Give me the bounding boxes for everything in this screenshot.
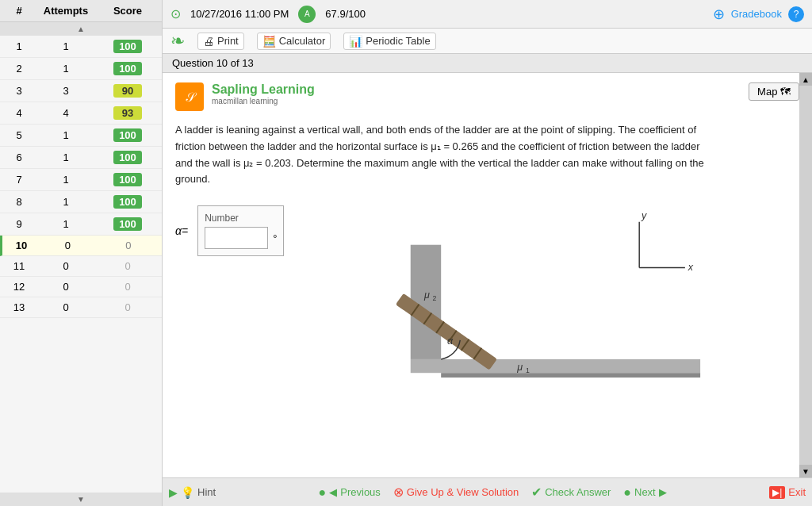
sidebar-row[interactable]: 3 3 90: [0, 80, 162, 102]
check-answer-button[interactable]: ✔ Check Answer: [531, 485, 611, 500]
hint-label: Hint: [197, 486, 216, 498]
svg-text:2: 2: [433, 294, 437, 302]
sidebar-header: # Attempts Score: [0, 0, 162, 22]
bulb-icon: 💡: [181, 486, 194, 499]
row-number: 11: [3, 260, 35, 272]
content-scrollbar[interactable]: ▲ ▼: [799, 73, 812, 477]
toolbar: ❧ 🖨 Print 🧮 Calculator 📊 Periodic Table: [163, 29, 812, 54]
ladder-svg: y x: [297, 199, 799, 397]
score-label: 67.9/100: [325, 8, 366, 20]
diagram-area: y x: [297, 199, 799, 400]
sidebar-row[interactable]: 2 1 100: [0, 58, 162, 80]
svg-text:μ: μ: [517, 362, 523, 374]
row-score: 0: [98, 240, 159, 251]
bottom-bar: ▶ 💡 Hint ● ◀ Previous ⊗ Give Up & View S…: [163, 477, 812, 506]
row-number: 4: [3, 107, 35, 119]
exit-button[interactable]: ▶| Exit: [769, 486, 806, 499]
hint-button[interactable]: ▶ 💡 Hint: [169, 486, 216, 499]
question-label: Question 10 of 13: [172, 57, 254, 69]
problem-text: A ladder is leaning against a vertical w…: [175, 122, 714, 188]
table-icon: 📊: [349, 35, 362, 48]
row-number: 5: [3, 129, 35, 141]
sidebar-row[interactable]: 5 1 100: [0, 125, 162, 147]
sidebar-row[interactable]: 8 1 100: [0, 191, 162, 213]
sidebar-scroll-down[interactable]: ▼: [0, 493, 162, 506]
map-button[interactable]: Map 🗺: [749, 82, 799, 101]
number-box: Number °: [197, 205, 284, 256]
play-icon: ▶: [169, 486, 178, 499]
calculator-button[interactable]: 🧮 Calculator: [257, 33, 331, 50]
row-number: 7: [3, 174, 35, 186]
problem-statement: A ladder is leaning against a vertical w…: [175, 124, 704, 185]
sidebar-rows: 1 1 100 2 1 100 3 3 90 4 4 93 5 1 100 6 …: [0, 36, 162, 493]
row-attempts: 1: [35, 218, 97, 230]
row-attempts: 1: [35, 129, 97, 141]
sidebar-row[interactable]: 9 1 100: [0, 213, 162, 236]
svg-text:1: 1: [526, 366, 530, 374]
row-attempts: 1: [35, 174, 97, 186]
next-button[interactable]: ● Next ▶: [623, 485, 666, 500]
next-icon: ●: [623, 485, 631, 500]
sidebar-row[interactable]: 13 0 0: [0, 297, 162, 318]
previous-button[interactable]: ● ◀ Previous: [319, 485, 381, 500]
topbar-right[interactable]: ⊕ Gradebook ?: [713, 6, 804, 23]
calculator-icon: 🧮: [262, 35, 276, 48]
row-number: 12: [3, 281, 35, 293]
periodic-table-button[interactable]: 📊 Periodic Table: [343, 33, 435, 50]
row-number: 10: [6, 240, 37, 251]
svg-text:μ: μ: [423, 289, 430, 301]
row-score: 0: [97, 260, 159, 272]
sidebar-row[interactable]: 11 0 0: [0, 256, 162, 277]
print-button[interactable]: 🖨 Print: [197, 33, 244, 50]
prev-arrow: ◀: [329, 486, 337, 498]
sapling-logo: 𝒮: [175, 82, 204, 111]
scroll-down-arrow[interactable]: ▼: [799, 465, 812, 477]
sapling-subtitle: macmillan learning: [212, 97, 315, 105]
help-icon[interactable]: ?: [788, 6, 804, 22]
row-score: 100: [97, 217, 159, 231]
col-score: Score: [97, 5, 159, 17]
scroll-up-arrow[interactable]: ▲: [799, 73, 812, 86]
number-input[interactable]: [205, 227, 268, 249]
row-number: 8: [3, 196, 35, 208]
sidebar-row[interactable]: 1 1 100: [0, 36, 162, 58]
row-attempts: 1: [35, 151, 97, 163]
col-number: #: [3, 5, 35, 17]
topbar-left: ⊙ 10/27/2016 11:00 PM A 67.9/100: [170, 6, 366, 23]
print-icon: 🖨: [203, 35, 214, 48]
plus-circle-icon: ⊕: [713, 6, 725, 23]
sidebar-row[interactable]: 7 1 100: [0, 169, 162, 191]
sidebar: # Attempts Score ▲ 1 1 100 2 1 100 3 3 9…: [0, 0, 163, 506]
sapling-name: Sapling Learning: [212, 82, 315, 97]
sidebar-row[interactable]: 6 1 100: [0, 147, 162, 169]
give-up-button[interactable]: ⊗ Give Up & View Solution: [393, 485, 519, 500]
sidebar-row[interactable]: 10 0 0: [0, 236, 162, 256]
row-score: 100: [97, 62, 159, 75]
row-number: 3: [3, 85, 35, 97]
sidebar-row[interactable]: 12 0 0: [0, 277, 162, 297]
svg-rect-4: [442, 373, 701, 378]
answer-area: α= Number °: [175, 205, 284, 256]
row-attempts: 1: [35, 196, 97, 208]
row-score: 100: [97, 173, 159, 186]
prev-icon: ●: [319, 485, 327, 500]
map-icon: 🗺: [780, 86, 791, 98]
row-score: 0: [97, 301, 159, 313]
alpha-equals-label: α=: [175, 224, 188, 237]
row-number: 9: [3, 218, 35, 230]
sidebar-row[interactable]: 4 4 93: [0, 102, 162, 125]
row-attempts: 3: [35, 85, 97, 97]
number-label: Number: [205, 213, 277, 224]
row-number: 13: [3, 301, 35, 313]
row-number: 1: [3, 40, 35, 52]
row-attempts: 4: [35, 107, 97, 119]
row-attempts: 0: [35, 301, 97, 313]
gradebook-label[interactable]: Gradebook: [731, 8, 782, 20]
sapling-header: 𝒮 Sapling Learning macmillan learning: [175, 82, 315, 111]
scroll-track[interactable]: [799, 86, 812, 465]
row-score: 90: [97, 84, 159, 98]
sidebar-scroll-up[interactable]: ▲: [0, 22, 162, 36]
question-bar: Question 10 of 13: [163, 54, 812, 73]
svg-text:α: α: [447, 335, 454, 347]
row-score: 100: [97, 195, 159, 209]
